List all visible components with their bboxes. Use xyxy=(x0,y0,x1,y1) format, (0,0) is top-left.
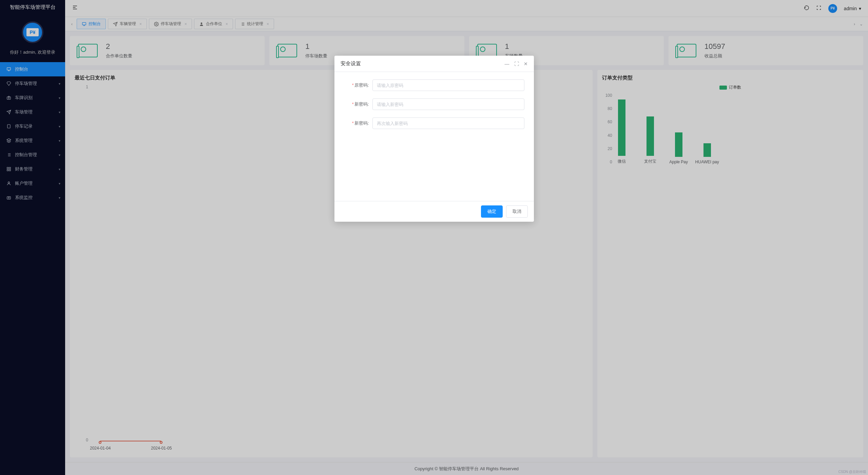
form-row-0: *原密码: xyxy=(344,79,524,91)
modal-minimize-icon[interactable]: — xyxy=(505,61,509,67)
watermark: CSDN @且听吟唱 xyxy=(838,470,866,474)
modal-header: 安全设置 — ⛶ ✕ xyxy=(334,56,534,72)
form-label: *原密码: xyxy=(344,82,372,88)
password-input-2[interactable] xyxy=(372,117,524,129)
confirm-button[interactable]: 确定 xyxy=(481,205,503,218)
security-settings-modal: 安全设置 — ⛶ ✕ *原密码:*新密码:*新密码: 确定 取消 xyxy=(334,56,534,222)
form-row-2: *新密码: xyxy=(344,117,524,129)
modal-title: 安全设置 xyxy=(341,60,361,67)
modal-body: *原密码:*新密码:*新密码: xyxy=(334,72,534,201)
form-label: *新密码: xyxy=(344,101,372,107)
password-input-1[interactable] xyxy=(372,98,524,110)
form-label: *新密码: xyxy=(344,120,372,126)
modal-maximize-icon[interactable]: ⛶ xyxy=(514,61,519,67)
modal-close-icon[interactable]: ✕ xyxy=(524,61,528,67)
password-input-0[interactable] xyxy=(372,79,524,91)
cancel-button[interactable]: 取消 xyxy=(506,205,528,218)
form-row-1: *新密码: xyxy=(344,98,524,110)
modal-footer: 确定 取消 xyxy=(334,201,534,222)
